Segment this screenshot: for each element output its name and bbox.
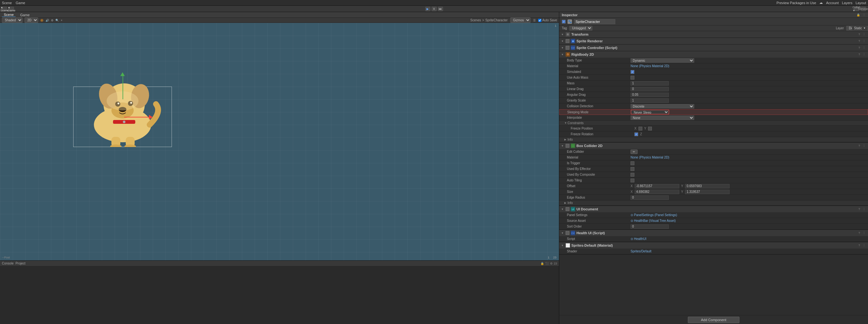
dimension-dropdown[interactable]: 2D: [25, 18, 38, 23]
scene-tab-btn[interactable]: ▲ Scene: [2, 7, 7, 11]
angular-drag-input[interactable]: [630, 93, 669, 97]
info-header-rb[interactable]: ▶ Info: [559, 137, 868, 142]
tab-scene[interactable]: Scene: [2, 13, 16, 17]
autosave-checkbox[interactable]: [538, 19, 541, 22]
object-name-input[interactable]: [574, 19, 615, 24]
box-collider-menu[interactable]: ⋮: [862, 144, 866, 148]
ui-document-help[interactable]: ?: [858, 207, 861, 211]
bottom-icon3[interactable]: ⚙: [550, 262, 553, 265]
static-arrow[interactable]: ▼: [863, 27, 866, 30]
menu-layers[interactable]: Layers: [842, 1, 852, 5]
sprite-renderer-help[interactable]: ?: [858, 39, 861, 43]
auto-tiling-checkbox[interactable]: [630, 179, 634, 182]
sprite-controller-enabled[interactable]: [566, 46, 569, 50]
sprite-controller-help[interactable]: ?: [858, 46, 861, 49]
rigidbody2d-help[interactable]: ?: [858, 53, 861, 56]
health-ui-menu[interactable]: ⋮: [862, 231, 866, 234]
gizmos-dropdown[interactable]: Gizmos: [510, 18, 531, 23]
info-header-bc[interactable]: ▶ Info: [559, 200, 868, 205]
ui-document-menu[interactable]: ⋮: [862, 207, 866, 211]
sprites-default-help[interactable]: ?: [858, 244, 861, 247]
transform-help[interactable]: ?: [858, 33, 861, 36]
health-ui-enabled[interactable]: [566, 231, 569, 235]
transform-menu[interactable]: ⋮: [862, 33, 866, 36]
bottom-icon2[interactable]: ⬛: [545, 262, 549, 265]
object-active-checkbox[interactable]: [562, 20, 566, 24]
used-by-composite-checkbox[interactable]: [630, 173, 634, 176]
collision-detection-dropdown[interactable]: Discrete: [630, 104, 694, 108]
menu-cloud[interactable]: ☁: [819, 1, 823, 5]
menu-layout[interactable]: Layout: [856, 1, 866, 5]
prop-linear-drag: Linear Drag: [559, 86, 868, 92]
size-y-input[interactable]: [685, 190, 730, 194]
component-header-health-ui[interactable]: ▼ C# Health UI (Script) ? ⋮: [559, 230, 868, 236]
inspector-menu[interactable]: ⋮: [863, 13, 865, 17]
breadcrumb-separator: >: [482, 19, 484, 22]
sort-order-input[interactable]: [630, 224, 669, 229]
menu-scene[interactable]: Scene: [2, 1, 12, 5]
tag-dropdown[interactable]: Untagged: [569, 26, 592, 31]
size-x-input[interactable]: [635, 190, 679, 194]
game-tab-btn[interactable]: ▲ Game: [9, 7, 14, 11]
services-btn[interactable]: Services: [861, 7, 866, 11]
script-health-label: Script: [567, 237, 630, 240]
tab-game[interactable]: Game: [18, 13, 32, 17]
step-button[interactable]: ⏭: [438, 7, 443, 11]
size-value: X Y: [630, 190, 866, 194]
freeze-rotation-checkbox[interactable]: [634, 132, 638, 136]
bottom-icon1[interactable]: 🔒: [540, 262, 544, 265]
interpolate-dropdown[interactable]: None: [630, 116, 694, 120]
prop-gravity-scale: Gravity Scale: [559, 98, 868, 103]
box-collider-enabled[interactable]: [566, 144, 569, 148]
bottom-icon4[interactable]: 23: [554, 262, 557, 265]
inspector-lock[interactable]: 🔒: [857, 13, 860, 17]
breadcrumb-object[interactable]: SpriteCharacter: [486, 19, 508, 22]
sleeping-mode-dropdown[interactable]: Never Sleep: [631, 110, 669, 114]
rigidbody2d-menu[interactable]: ⋮: [862, 53, 866, 56]
scene-view[interactable]: 1 1 23 →Post: [0, 23, 559, 260]
offset-x-input[interactable]: [635, 184, 679, 188]
is-trigger-checkbox[interactable]: [630, 161, 634, 165]
ui-document-enabled[interactable]: [566, 207, 569, 211]
edge-radius-input[interactable]: [630, 195, 669, 200]
component-header-transform[interactable]: ▼ ⊞ Transform ? ⋮: [559, 31, 868, 38]
component-header-ui-document[interactable]: ▼ UI UI Document ? ⋮: [559, 206, 868, 212]
sprite-renderer-menu[interactable]: ⋮: [862, 39, 866, 43]
offset-y-input[interactable]: [685, 184, 730, 188]
component-header-sprite-controller[interactable]: ▼ C# Sprite Controller (Script) ? ⋮: [559, 44, 868, 51]
view-mode-dropdown[interactable]: Shaded: [2, 18, 23, 23]
box-collider-help[interactable]: ?: [858, 144, 861, 148]
pause-button[interactable]: ⏸: [432, 7, 437, 11]
gravity-scale-input[interactable]: [630, 98, 669, 103]
used-by-effector-checkbox[interactable]: [630, 167, 634, 171]
menu-account[interactable]: Account: [826, 1, 839, 5]
constraints-header[interactable]: ▼ Constraints: [559, 121, 868, 126]
console-tab[interactable]: Console: [2, 262, 14, 265]
component-header-sprite-renderer[interactable]: ▼ ▣ Sprite Renderer ? ⋮: [559, 38, 868, 44]
linear-drag-input[interactable]: [630, 87, 669, 91]
assets-tab[interactable]: Project: [16, 262, 26, 265]
sprites-default-menu[interactable]: ⋮: [862, 244, 866, 247]
edit-collider-btn[interactable]: ✏: [630, 150, 638, 154]
mass-input[interactable]: [630, 81, 669, 86]
component-header-box-collider2d[interactable]: ▼ □ Box Collider 2D ? ⋮: [559, 142, 868, 149]
play-button[interactable]: ▶: [425, 7, 430, 11]
simulated-checkbox[interactable]: [630, 70, 634, 74]
sprite-controller-menu[interactable]: ⋮: [862, 46, 866, 49]
transform-x-arrow-head: [149, 115, 153, 119]
sprite-renderer-enabled[interactable]: [566, 39, 569, 43]
add-component-button[interactable]: Add Component: [688, 317, 739, 323]
health-ui-help[interactable]: ?: [858, 231, 861, 234]
menu-preview[interactable]: Preview Packages in Use: [776, 1, 816, 5]
freeze-y-checkbox[interactable]: [648, 127, 652, 130]
inspector-scroll[interactable]: ▼ ⊞ Transform ? ⋮ ▼ ▣ Sprite Renderer: [559, 31, 868, 315]
prop-sleeping-mode: Sleeping Mode Never Sleep: [559, 109, 868, 115]
component-header-rigidbody2d[interactable]: ▼ ⚙ Rigidbody 2D ? ⋮: [559, 51, 868, 58]
prop-size: Size X Y: [559, 189, 868, 195]
body-type-dropdown[interactable]: Dynamic: [630, 58, 694, 63]
breadcrumb-scenes[interactable]: Scenes: [470, 19, 481, 22]
menu-game[interactable]: Game: [16, 1, 25, 5]
use-auto-mass-checkbox[interactable]: [630, 76, 634, 79]
component-header-sprites-default[interactable]: ▼ Sprites-Default (Material) ? ⋮: [559, 242, 868, 249]
freeze-x-checkbox[interactable]: [639, 127, 642, 130]
